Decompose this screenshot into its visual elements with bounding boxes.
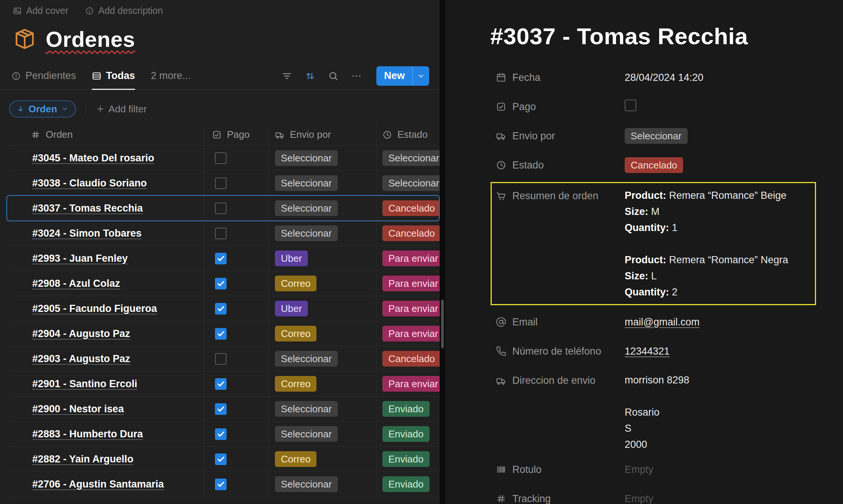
property-value[interactable]: Cancelado	[625, 157, 683, 173]
property-value[interactable]: 28/04/2024 14:20	[625, 72, 703, 84]
package-icon[interactable]	[13, 27, 37, 51]
table-row[interactable]: #2900 - Nestor isea Seleccionar Enviado	[9, 397, 440, 422]
envio-pill[interactable]: Seleccionar	[275, 351, 338, 367]
pago-checkbox[interactable]	[215, 479, 227, 490]
envio-pill[interactable]: Uber	[275, 301, 308, 317]
envio-pill[interactable]: Seleccionar	[275, 150, 338, 166]
add-filter-button[interactable]: Add filter	[96, 103, 147, 115]
property-value[interactable]: Empty	[625, 464, 654, 476]
column-header-pago[interactable]: Pago	[204, 124, 269, 145]
property-label[interactable]: Envio por	[496, 130, 625, 142]
property-row-pago[interactable]: Pago	[496, 92, 843, 121]
property-label[interactable]: Rotulo	[496, 464, 625, 476]
estado-pill[interactable]: Cancelado	[382, 351, 440, 367]
property-row-direccion-de-envio[interactable]: Direccion de envio morrison 8298 Rosario…	[496, 366, 843, 453]
pago-checkbox[interactable]	[215, 403, 227, 415]
pago-checkbox[interactable]	[215, 378, 227, 390]
order-title[interactable]: #2903 - Augusto Paz	[32, 353, 130, 365]
pago-checkbox[interactable]	[215, 203, 227, 214]
column-header-envio[interactable]: Envio por	[269, 124, 376, 145]
property-row-tracking[interactable]: Tracking Empty	[496, 484, 843, 504]
estado-pill[interactable]: Enviado	[382, 451, 430, 467]
property-label[interactable]: Email	[496, 316, 625, 328]
pago-checkbox[interactable]	[215, 303, 227, 315]
sort-icon[interactable]	[304, 70, 316, 82]
table-row[interactable]: #3024 - Simon Tobares Seleccionar Cancel…	[9, 221, 440, 246]
estado-pill[interactable]: Cancelado	[382, 225, 440, 242]
envio-pill[interactable]: Seleccionar	[275, 225, 338, 242]
estado-pill[interactable]: Enviado	[382, 426, 430, 442]
table-row[interactable]: #2905 - Facundo Figueroa Uber Para envia…	[9, 296, 440, 321]
more-options-icon[interactable]	[351, 70, 362, 82]
estado-pill[interactable]: Enviado	[382, 401, 430, 417]
column-header-orden[interactable]: Orden	[9, 124, 204, 145]
envio-pill[interactable]: Seleccionar	[275, 175, 338, 191]
envio-pill[interactable]: Seleccionar	[275, 200, 338, 216]
prop-value-link[interactable]: 12344321	[625, 346, 670, 357]
order-title[interactable]: #3037 - Tomas Recchia	[32, 203, 143, 214]
property-label[interactable]: Direccion de envio	[496, 372, 625, 386]
table-row[interactable]: #2903 - Augusto Paz Seleccionar Cancelad…	[9, 346, 440, 371]
pago-checkbox[interactable]	[215, 428, 227, 440]
estado-pill[interactable]: Seleccionar	[382, 175, 440, 191]
pago-checkbox[interactable]	[215, 228, 227, 239]
envio-pill[interactable]: Correo	[275, 326, 316, 342]
property-value[interactable]: 12344321	[625, 346, 670, 357]
pago-checkbox[interactable]	[215, 278, 227, 289]
order-title[interactable]: #2904 - Augusto Paz	[32, 328, 130, 340]
order-title[interactable]: #3045 - Mateo Del rosario	[32, 152, 154, 164]
table-row[interactable]: #3045 - Mateo Del rosario Seleccionar Se…	[9, 146, 440, 171]
pago-checkbox[interactable]	[215, 328, 227, 340]
table-row[interactable]: #2882 - Yain Arguello Correo Enviado	[9, 447, 440, 472]
order-title[interactable]: #2900 - Nestor isea	[32, 403, 124, 415]
envio-pill[interactable]: Correo	[275, 376, 316, 392]
column-header-estado[interactable]: Estado	[376, 124, 440, 145]
order-title[interactable]: #3024 - Simon Tobares	[32, 228, 142, 239]
order-detail-title[interactable]: #3037 - Tomas Recchia	[490, 23, 843, 49]
pago-checkbox[interactable]	[215, 177, 227, 189]
estado-pill[interactable]: Seleccionar	[382, 150, 440, 166]
pago-checkbox[interactable]	[215, 453, 227, 465]
estado-pill[interactable]: Para enviar	[382, 301, 440, 317]
add-description-button[interactable]: Add description	[85, 5, 163, 16]
scrollbar-thumb[interactable]	[441, 300, 444, 348]
pago-checkbox[interactable]	[215, 353, 227, 365]
table-row[interactable]: #2993 - Juan Fenley Uber Para enviar	[9, 246, 440, 271]
property-value[interactable]: Seleccionar	[625, 128, 688, 144]
search-icon[interactable]	[328, 70, 339, 82]
envio-pill[interactable]: Seleccionar	[275, 476, 338, 492]
table-row[interactable]: #2883 - Humberto Dura Seleccionar Enviad…	[9, 422, 440, 447]
property-label[interactable]: Estado	[496, 160, 625, 171]
order-title[interactable]: #2883 - Humberto Dura	[32, 428, 143, 440]
property-row-envio-por[interactable]: Envio por Seleccionar	[496, 121, 843, 151]
property-value[interactable]: mail@gmail.com	[625, 316, 700, 328]
property-label[interactable]: Tracking	[496, 493, 625, 504]
property-label[interactable]: Pago	[496, 101, 625, 113]
prop-value-empty[interactable]: Empty	[625, 493, 654, 504]
estado-pill[interactable]: Enviado	[382, 476, 430, 492]
property-value[interactable]: Product: Remera “Romance” BeigeSize: MQu…	[625, 188, 788, 300]
property-row-fecha[interactable]: Fecha 28/04/2024 14:20	[496, 63, 843, 92]
property-row-email[interactable]: Email mail@gmail.com	[496, 307, 843, 337]
estado-pill[interactable]: Para enviar	[382, 276, 440, 292]
pago-checkbox[interactable]	[215, 152, 227, 164]
estado-pill[interactable]: Para enviar	[382, 251, 440, 267]
pago-checkbox[interactable]	[215, 253, 227, 264]
property-label[interactable]: Resumen de orden	[496, 188, 625, 202]
table-row[interactable]: #2901 - Santino Ercoli Correo Para envia…	[9, 371, 440, 397]
order-title[interactable]: #2908 - Azul Colaz	[32, 278, 120, 289]
tab-more-views[interactable]: 2 more...	[151, 63, 191, 89]
property-value[interactable]: morrison 8298 RosarioS2000	[625, 372, 689, 453]
tab-pendientes[interactable]: Pendientes	[11, 63, 76, 89]
envio-pill[interactable]: Correo	[275, 276, 316, 292]
new-button[interactable]: New	[376, 66, 429, 86]
page-title[interactable]: Ordenes	[46, 27, 135, 52]
prop-value-empty[interactable]: Empty	[625, 464, 654, 475]
chevron-down-icon[interactable]	[413, 66, 429, 86]
estado-pill[interactable]: Para enviar	[382, 376, 440, 392]
table-row[interactable]: #2908 - Azul Colaz Correo Para enviar	[9, 271, 440, 296]
property-row-resumen-de-orden[interactable]: Resumen de orden Product: Remera “Romanc…	[491, 182, 816, 305]
tab-todas[interactable]: Todas	[92, 63, 135, 89]
order-title[interactable]: #2993 - Juan Fenley	[32, 253, 128, 264]
order-title[interactable]: #3038 - Claudio Soriano	[32, 177, 147, 189]
